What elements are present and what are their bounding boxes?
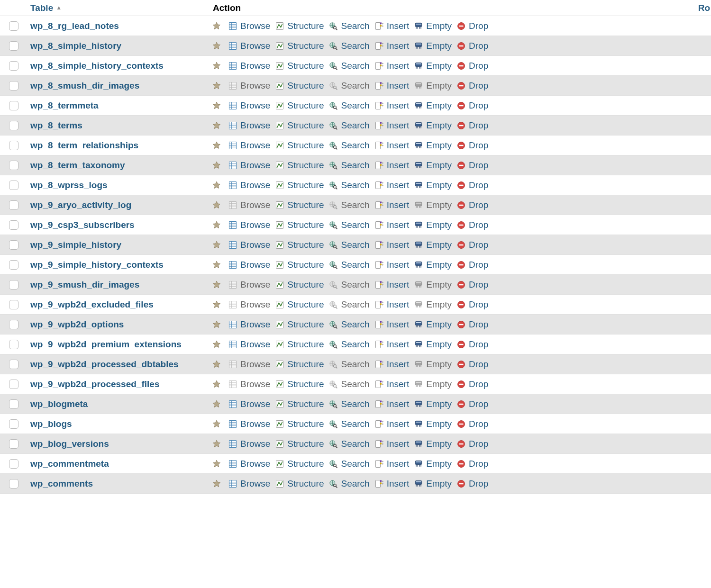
drop-action[interactable]: Drop xyxy=(456,398,489,410)
table-name-link[interactable]: wp_blogmeta xyxy=(27,399,209,409)
drop-action[interactable]: Drop xyxy=(456,418,489,430)
insert-action[interactable]: Insert xyxy=(374,239,410,251)
browse-action[interactable]: Browse xyxy=(227,139,271,152)
row-checkbox[interactable] xyxy=(9,459,18,469)
table-name-link[interactable]: wp_8_smush_dir_images xyxy=(27,81,209,91)
favorite-star-icon[interactable] xyxy=(211,438,222,450)
table-name-link[interactable]: wp_blog_versions xyxy=(27,439,209,449)
browse-action[interactable]: Browse xyxy=(227,179,271,191)
row-checkbox[interactable] xyxy=(9,479,18,488)
empty-action[interactable]: Empty xyxy=(413,159,453,172)
insert-action[interactable]: Insert xyxy=(374,418,410,430)
row-checkbox[interactable] xyxy=(9,260,18,270)
drop-action[interactable]: Drop xyxy=(456,458,489,470)
search-action[interactable]: Search xyxy=(328,478,370,490)
row-checkbox[interactable] xyxy=(9,439,18,449)
row-checkbox[interactable] xyxy=(9,280,18,289)
search-action[interactable]: Search xyxy=(328,418,370,430)
insert-action[interactable]: Insert xyxy=(374,338,410,351)
empty-action[interactable]: Empty xyxy=(413,358,453,371)
insert-action[interactable]: Insert xyxy=(374,159,410,172)
structure-action[interactable]: Structure xyxy=(274,418,325,430)
table-name-link[interactable]: wp_8_rg_lead_notes xyxy=(27,21,209,31)
drop-action[interactable]: Drop xyxy=(456,318,489,331)
favorite-star-icon[interactable] xyxy=(211,60,222,72)
insert-action[interactable]: Insert xyxy=(374,199,410,211)
row-checkbox[interactable] xyxy=(9,21,18,31)
table-name-link[interactable]: wp_9_wpb2d_processed_dbtables xyxy=(27,359,209,370)
drop-action[interactable]: Drop xyxy=(456,358,489,371)
search-action[interactable]: Search xyxy=(328,139,370,152)
browse-action[interactable]: Browse xyxy=(227,20,271,32)
empty-action[interactable]: Empty xyxy=(413,398,453,410)
search-action[interactable]: Search xyxy=(328,119,370,132)
search-action[interactable]: Search xyxy=(328,159,370,172)
browse-action[interactable]: Browse xyxy=(227,80,271,92)
favorite-star-icon[interactable] xyxy=(211,20,222,32)
insert-action[interactable]: Insert xyxy=(374,478,410,490)
favorite-star-icon[interactable] xyxy=(211,199,222,211)
drop-action[interactable]: Drop xyxy=(456,199,489,211)
favorite-star-icon[interactable] xyxy=(211,458,222,470)
empty-action[interactable]: Empty xyxy=(413,80,453,92)
structure-action[interactable]: Structure xyxy=(274,299,325,311)
table-name-link[interactable]: wp_8_term_relationships xyxy=(27,140,209,151)
structure-action[interactable]: Structure xyxy=(274,80,325,92)
table-name-link[interactable]: wp_9_csp3_subscribers xyxy=(27,220,209,230)
search-action[interactable]: Search xyxy=(328,239,370,251)
row-checkbox[interactable] xyxy=(9,161,18,170)
browse-action[interactable]: Browse xyxy=(227,279,271,291)
browse-action[interactable]: Browse xyxy=(227,299,271,311)
search-action[interactable]: Search xyxy=(328,40,370,52)
empty-action[interactable]: Empty xyxy=(413,139,453,152)
insert-action[interactable]: Insert xyxy=(374,358,410,371)
insert-action[interactable]: Insert xyxy=(374,60,410,72)
browse-action[interactable]: Browse xyxy=(227,418,271,430)
structure-action[interactable]: Structure xyxy=(274,478,325,490)
structure-action[interactable]: Structure xyxy=(274,179,325,191)
table-name-link[interactable]: wp_9_wpb2d_premium_extensions xyxy=(27,339,209,350)
browse-action[interactable]: Browse xyxy=(227,438,271,450)
structure-action[interactable]: Structure xyxy=(274,159,325,172)
search-action[interactable]: Search xyxy=(328,100,370,112)
search-action[interactable]: Search xyxy=(328,199,370,211)
table-name-link[interactable]: wp_8_wprss_logs xyxy=(27,180,209,190)
browse-action[interactable]: Browse xyxy=(227,159,271,172)
insert-action[interactable]: Insert xyxy=(374,179,410,191)
drop-action[interactable]: Drop xyxy=(456,60,489,72)
search-action[interactable]: Search xyxy=(328,80,370,92)
browse-action[interactable]: Browse xyxy=(227,398,271,410)
insert-action[interactable]: Insert xyxy=(374,378,410,390)
row-checkbox[interactable] xyxy=(9,101,18,110)
row-checkbox[interactable] xyxy=(9,220,18,230)
favorite-star-icon[interactable] xyxy=(211,379,222,390)
drop-action[interactable]: Drop xyxy=(456,159,489,172)
drop-action[interactable]: Drop xyxy=(456,100,489,112)
drop-action[interactable]: Drop xyxy=(456,279,489,291)
drop-action[interactable]: Drop xyxy=(456,239,489,251)
search-action[interactable]: Search xyxy=(328,259,370,271)
structure-action[interactable]: Structure xyxy=(274,338,325,351)
table-name-link[interactable]: wp_9_wpb2d_processed_files xyxy=(27,379,209,389)
browse-action[interactable]: Browse xyxy=(227,219,271,231)
insert-action[interactable]: Insert xyxy=(374,279,410,291)
insert-action[interactable]: Insert xyxy=(374,398,410,410)
row-checkbox[interactable] xyxy=(9,320,18,329)
structure-action[interactable]: Structure xyxy=(274,358,325,371)
empty-action[interactable]: Empty xyxy=(413,199,453,211)
insert-action[interactable]: Insert xyxy=(374,80,410,92)
favorite-star-icon[interactable] xyxy=(211,319,222,330)
empty-action[interactable]: Empty xyxy=(413,40,453,52)
insert-action[interactable]: Insert xyxy=(374,20,410,32)
empty-action[interactable]: Empty xyxy=(413,279,453,291)
favorite-star-icon[interactable] xyxy=(211,259,222,271)
empty-action[interactable]: Empty xyxy=(413,259,453,271)
insert-action[interactable]: Insert xyxy=(374,259,410,271)
table-name-link[interactable]: wp_9_simple_history xyxy=(27,240,209,250)
favorite-star-icon[interactable] xyxy=(211,40,222,52)
row-checkbox[interactable] xyxy=(9,340,18,349)
table-name-link[interactable]: wp_blogs xyxy=(27,419,209,429)
drop-action[interactable]: Drop xyxy=(456,119,489,132)
favorite-star-icon[interactable] xyxy=(211,398,222,410)
browse-action[interactable]: Browse xyxy=(227,259,271,271)
